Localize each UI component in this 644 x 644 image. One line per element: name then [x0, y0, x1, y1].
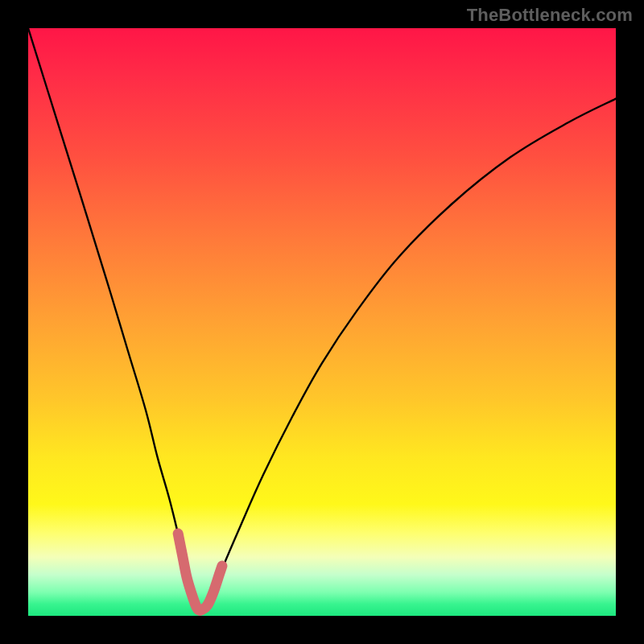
watermark-text: TheBottleneck.com	[467, 5, 633, 26]
figure-frame: TheBottleneck.com	[0, 0, 644, 644]
chart-svg	[28, 28, 616, 616]
main-curve	[28, 28, 616, 612]
plot-area	[28, 28, 616, 616]
valley-highlight	[178, 534, 222, 611]
